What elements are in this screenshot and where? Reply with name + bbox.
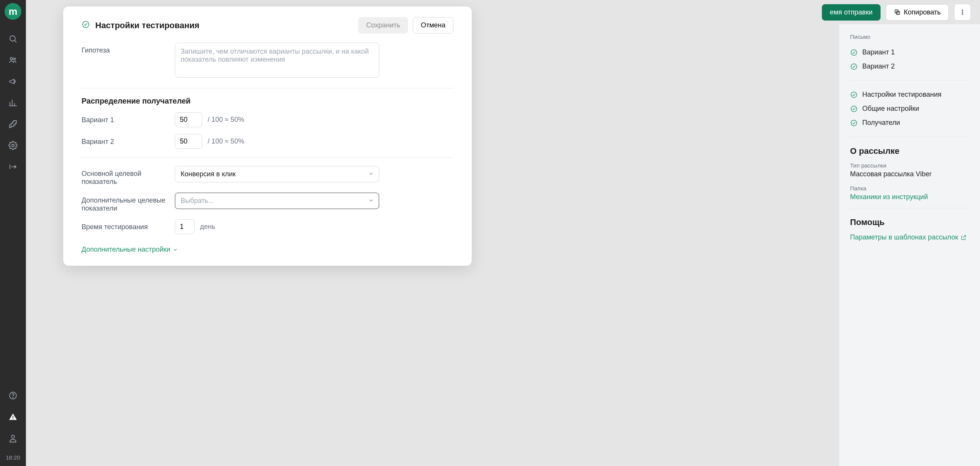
svg-point-20 (83, 21, 89, 28)
rp-item-variant1[interactable]: Вариант 1 (850, 45, 969, 59)
external-link-icon (961, 235, 967, 241)
distribution-heading: Распределение получателей (82, 97, 453, 105)
rp-heading-letter: Письмо (850, 34, 969, 40)
svg-point-4 (12, 144, 14, 147)
rp-about-title: О рассылке (850, 146, 969, 156)
copy-icon (894, 9, 901, 16)
rp-folder-link-text: Механики из инструкций (850, 193, 928, 201)
svg-point-3 (14, 58, 16, 60)
app-logo[interactable]: m (5, 3, 21, 20)
svg-point-12 (962, 10, 963, 11)
rp-type-label: Тип рассылки (850, 162, 969, 169)
divider (850, 80, 969, 81)
nav-help-icon[interactable] (5, 387, 21, 404)
rp-item-recipients[interactable]: Получатели (850, 116, 969, 130)
rp-item-label: Получатели (862, 119, 900, 127)
rp-item-general-settings[interactable]: Общие настройки (850, 102, 969, 116)
cancel-button[interactable]: Отмена (413, 17, 453, 34)
primary-metric-label: Основной целевой показатель (82, 166, 175, 186)
rp-folder-link[interactable]: Механики из инструкций (850, 193, 969, 201)
svg-point-9 (11, 435, 14, 438)
send-time-button[interactable]: емя отправки (822, 4, 881, 21)
svg-point-13 (962, 12, 963, 13)
test-time-unit: день (200, 223, 215, 231)
rp-item-label: Настройки тестирования (862, 91, 942, 99)
rp-folder-label: Папка (850, 185, 969, 192)
check-circle-icon (850, 63, 858, 70)
svg-point-19 (851, 120, 857, 126)
test-time-input[interactable] (175, 219, 195, 234)
svg-point-15 (851, 49, 857, 55)
divider (850, 208, 969, 208)
svg-point-14 (962, 14, 963, 15)
save-button[interactable]: Сохранить (358, 17, 408, 34)
variant1-input[interactable] (175, 112, 202, 127)
chevron-down-icon (173, 247, 178, 252)
nav-integrations-icon[interactable] (5, 116, 21, 132)
right-panel: Письмо Вариант 1 Вариант 2 Настройки тес… (839, 24, 980, 466)
rp-item-label: Вариант 1 (862, 48, 895, 56)
variant1-label: Вариант 1 (82, 112, 175, 124)
send-time-label: емя отправки (830, 8, 873, 16)
rp-item-label: Общие настройки (862, 105, 919, 113)
additional-metrics-select[interactable]: Выбрать... (175, 193, 379, 209)
rp-type-value: Массовая рассылка Viber (850, 170, 969, 178)
test-settings-modal: Настройки тестирования Сохранить Отмена … (63, 6, 472, 266)
check-circle-icon (850, 119, 858, 127)
nav-customers-icon[interactable] (5, 52, 21, 69)
svg-rect-8 (13, 419, 13, 420)
variant2-hint: / 100 ≈ 50% (208, 137, 244, 145)
svg-point-0 (10, 36, 15, 41)
divider (850, 137, 969, 137)
variant2-input[interactable] (175, 134, 202, 149)
nav-profile-icon[interactable] (5, 430, 21, 447)
svg-line-1 (15, 41, 17, 43)
copy-button[interactable]: Копировать (886, 4, 949, 21)
dots-vertical-icon (959, 8, 966, 16)
hypothesis-textarea[interactable] (175, 43, 379, 78)
modal-title: Настройки тестирования (95, 21, 199, 30)
svg-point-18 (851, 106, 857, 112)
nav-exit-icon[interactable] (5, 158, 21, 175)
check-circle-icon (82, 20, 90, 30)
rp-help-link-text: Параметры в шаблонах рассылок (850, 233, 958, 241)
variant1-hint: / 100 ≈ 50% (208, 116, 244, 124)
svg-point-16 (851, 64, 857, 69)
hypothesis-label: Гипотеза (82, 43, 175, 54)
svg-point-6 (13, 397, 13, 397)
rp-item-label: Вариант 2 (862, 62, 895, 70)
more-menu-button[interactable] (954, 4, 971, 21)
nav-analytics-icon[interactable] (5, 94, 21, 111)
divider (82, 157, 453, 158)
advanced-settings-label: Дополнительные настройки (82, 246, 170, 254)
rail-clock: 18:20 (6, 451, 20, 463)
svg-point-17 (851, 92, 857, 97)
check-circle-icon (850, 49, 858, 56)
test-time-label: Время тестирования (82, 219, 175, 231)
svg-point-2 (10, 57, 13, 60)
rp-help-title: Помощь (850, 217, 969, 227)
nav-search-icon[interactable] (5, 30, 21, 47)
rp-item-variant2[interactable]: Вариант 2 (850, 59, 969, 73)
nav-settings-icon[interactable] (5, 137, 21, 154)
primary-metric-select[interactable]: Конверсия в клик (175, 166, 379, 182)
variant2-label: Вариант 2 (82, 134, 175, 146)
advanced-settings-toggle[interactable]: Дополнительные настройки (82, 246, 178, 254)
rp-item-test-settings[interactable]: Настройки тестирования (850, 88, 969, 102)
rp-help-link[interactable]: Параметры в шаблонах рассылок (850, 233, 969, 241)
nav-alert-icon[interactable] (5, 409, 21, 425)
copy-label: Копировать (904, 8, 941, 16)
check-circle-icon (850, 105, 858, 113)
nav-campaigns-icon[interactable] (5, 73, 21, 90)
svg-rect-7 (13, 416, 13, 418)
divider (82, 88, 453, 88)
additional-metrics-label: Дополнительные целевые показатели (82, 193, 175, 212)
check-circle-icon (850, 91, 858, 99)
